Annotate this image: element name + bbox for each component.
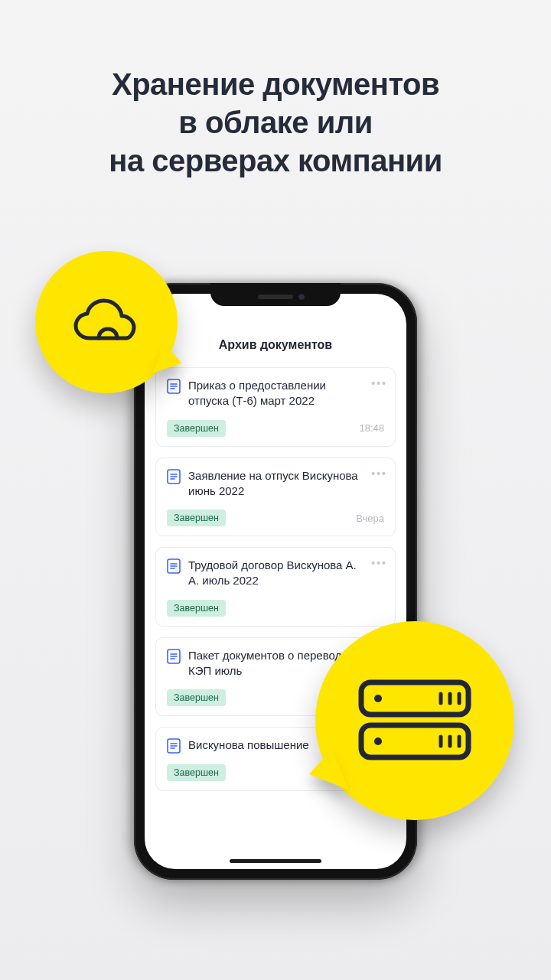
app-title: Архив документов	[155, 338, 396, 352]
document-icon	[167, 649, 181, 664]
document-title: Вискунова повышение	[188, 737, 324, 753]
document-icon	[167, 558, 181, 574]
home-indicator	[230, 859, 321, 863]
svg-point-23	[374, 737, 382, 745]
document-timestamp: Вчера	[356, 513, 384, 524]
status-badge: Завершен	[167, 764, 226, 781]
svg-point-22	[374, 695, 382, 702]
document-title: Трудовой договор Вискунова А. А. июль 20…	[188, 558, 384, 589]
more-icon[interactable]: •••	[371, 377, 387, 389]
document-title: Заявление на отпуск Вискунова июнь 2022	[188, 468, 384, 500]
document-card[interactable]: ••• Трудовой договор Вискунова А. А. июл…	[155, 547, 396, 627]
cloud-callout	[35, 251, 178, 393]
status-badge: Завершен	[167, 689, 226, 706]
more-icon[interactable]: •••	[371, 467, 387, 480]
document-timestamp: 18:48	[359, 422, 384, 434]
server-icon	[355, 675, 474, 767]
headline-line-1: Хранение документов	[112, 67, 439, 101]
headline-line-3: на серверах компании	[109, 144, 442, 177]
document-card[interactable]: ••• Заявление на отпуск Вискунова июнь 2…	[155, 457, 396, 537]
status-badge: Завершен	[167, 420, 226, 437]
headline-line-2: в облаке или	[178, 106, 372, 139]
document-icon	[167, 469, 181, 484]
phone-notch	[210, 283, 341, 306]
document-icon	[167, 738, 181, 754]
cloud-icon	[71, 297, 142, 347]
document-card[interactable]: ••• Приказ о предоставлении отпуска (Т-6…	[155, 367, 396, 447]
status-badge: Завершен	[167, 600, 226, 617]
server-callout	[315, 621, 514, 820]
headline: Хранение документов в облаке или на серв…	[0, 0, 551, 180]
more-icon[interactable]: •••	[371, 557, 387, 569]
status-badge: Завершен	[167, 510, 226, 526]
document-title: Приказ о предоставлении отпуска (Т-6) ма…	[188, 378, 384, 409]
